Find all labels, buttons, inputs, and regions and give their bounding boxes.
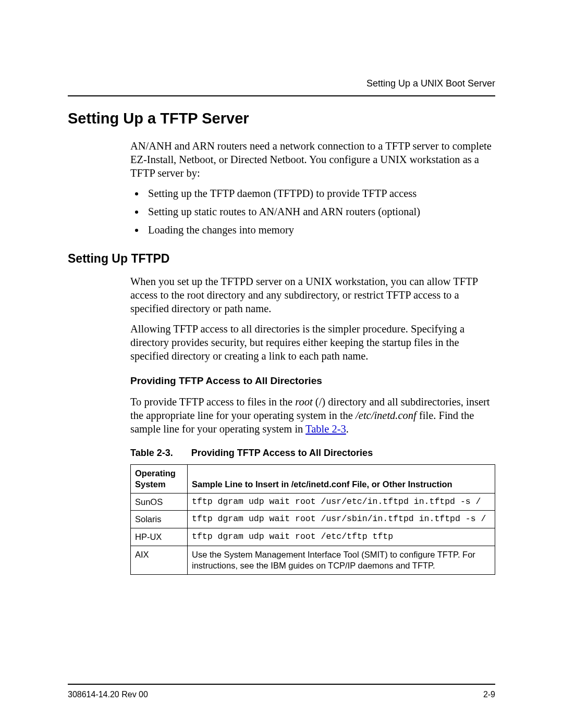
tftpd-para-1: When you set up the TFTPD server on a UN… xyxy=(130,275,495,315)
heading-3: Providing TFTP Access to All Directories xyxy=(130,375,495,387)
text-frag: To provide TFTP access to files in the xyxy=(130,396,295,408)
running-header: Setting Up a UNIX Boot Server xyxy=(68,78,495,89)
col-header-line: Sample Line to Insert in /etc/inetd.conf… xyxy=(188,465,495,493)
table-caption-title: Providing TFTP Access to All Directories xyxy=(191,448,373,458)
bullet-item: Setting up static routes to AN/ANH and A… xyxy=(145,205,495,219)
bullet-item: Setting up the TFTP daemon (TFTPD) to pr… xyxy=(145,187,495,201)
cell-line: tftp dgram udp wait root /usr/sbin/in.tf… xyxy=(188,511,495,528)
text-frag: . xyxy=(346,423,349,435)
table-row: Solaris tftp dgram udp wait root /usr/sb… xyxy=(131,511,495,528)
footer-rule xyxy=(68,684,495,685)
table-row: AIX Use the System Management Interface … xyxy=(131,546,495,574)
table-2-3-link[interactable]: Table 2-3 xyxy=(305,423,346,435)
heading-2: Setting Up TFTPD xyxy=(68,252,495,266)
cell-os: AIX xyxy=(131,546,188,574)
footer-row: 308614-14.20 Rev 00 2-9 xyxy=(68,690,495,699)
tftpd-para-2: Allowing TFTP access to all directories … xyxy=(130,323,495,363)
table-row: HP-UX tftp dgram udp wait root /etc/tftp… xyxy=(131,528,495,546)
cell-line: tftp dgram udp wait root /etc/tftp tftp xyxy=(188,528,495,546)
body-block-intro: AN/ANH and ARN routers need a network co… xyxy=(130,140,495,237)
footer: 308614-14.20 Rev 00 2-9 xyxy=(68,684,495,699)
cell-os: SunOS xyxy=(131,493,188,511)
italic-root: root xyxy=(295,396,312,408)
intro-bullet-list: Setting up the TFTP daemon (TFTPD) to pr… xyxy=(130,187,495,237)
tftp-access-table: Operating System Sample Line to Insert i… xyxy=(130,464,495,574)
table-header-row: Operating System Sample Line to Insert i… xyxy=(131,465,495,493)
page: Setting Up a UNIX Boot Server Setting Up… xyxy=(0,0,563,728)
body-block-tftpd: When you set up the TFTPD server on a UN… xyxy=(130,275,495,575)
cell-os: HP-UX xyxy=(131,528,188,546)
cell-line: Use the System Management Interface Tool… xyxy=(188,546,495,574)
cell-os: Solaris xyxy=(131,511,188,528)
col-header-os: Operating System xyxy=(131,465,188,493)
table-caption-label: Table 2-3. xyxy=(130,448,173,458)
footer-doc-id: 308614-14.20 Rev 00 xyxy=(68,690,148,699)
all-dirs-paragraph: To provide TFTP access to files in the r… xyxy=(130,396,495,436)
heading-1: Setting Up a TFTP Server xyxy=(68,110,495,127)
header-rule xyxy=(68,95,495,96)
bullet-item: Loading the changes into memory xyxy=(145,224,495,237)
table-caption: Table 2-3. Providing TFTP Access to All … xyxy=(130,447,495,459)
intro-paragraph: AN/ANH and ARN routers need a network co… xyxy=(130,140,495,180)
italic-file: /etc/inetd.conf xyxy=(356,410,417,421)
cell-line: tftp dgram udp wait root /usr/etc/in.tft… xyxy=(188,493,495,511)
table-row: SunOS tftp dgram udp wait root /usr/etc/… xyxy=(131,493,495,511)
footer-page-number: 2-9 xyxy=(483,690,495,699)
